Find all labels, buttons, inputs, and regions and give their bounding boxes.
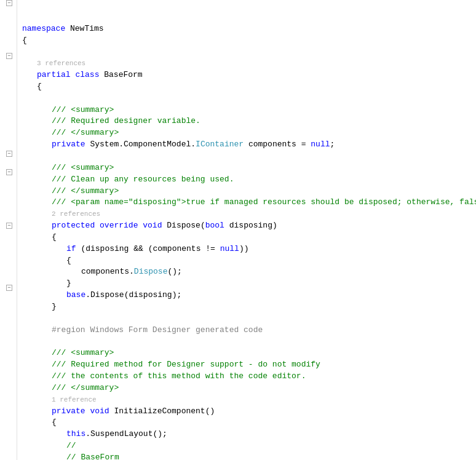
code-line: { — [22, 81, 476, 93]
code-line: } — [22, 278, 476, 290]
code-line: #region Windows Form Designer generated … — [22, 325, 476, 336]
code-line: { — [22, 35, 476, 47]
code-line: /// <summary> — [22, 162, 476, 174]
code-line: private System.ComponentModel.IContainer… — [22, 139, 476, 151]
code-line: } — [22, 301, 476, 313]
code-line: if (disposing && (components != null)) — [22, 244, 476, 255]
code-line: partial class BaseForm — [22, 69, 476, 81]
code-line: /// </summary> — [22, 186, 476, 197]
code-line: private void InitializeComponent() — [22, 406, 476, 418]
collapse-btn-5[interactable]: − — [6, 53, 12, 59]
code-line: 2 references — [22, 208, 476, 220]
code-line: /// <summary> — [22, 347, 476, 359]
collapse-btn-34[interactable]: − — [6, 285, 12, 291]
code-line: /// </summary> — [22, 383, 476, 394]
code-line — [22, 151, 476, 162]
code-line: /// Clean up any resources being used. — [22, 174, 476, 186]
code-line: components.Dispose(); — [22, 266, 476, 278]
code-line — [22, 313, 476, 325]
code-line: /// Required method for Designer support… — [22, 359, 476, 371]
collapse-btn-20[interactable]: − — [6, 169, 12, 175]
code-line — [22, 336, 476, 347]
code-line: { — [22, 255, 476, 267]
code-line: base.Dispose(disposing); — [22, 290, 476, 301]
collapse-btn-18[interactable]: − — [6, 151, 12, 157]
code-line: /// <summary> — [22, 105, 476, 116]
code-line: 1 reference — [22, 394, 476, 406]
code-line: protected override void Dispose(bool dis… — [22, 220, 476, 232]
code-line: /// the contents of this method with the… — [22, 371, 476, 383]
code-line: /// <param name="disposing">true if mana… — [22, 197, 476, 208]
code-line: // BaseForm — [22, 452, 476, 460]
code-line: /// </summary> — [22, 127, 476, 139]
code-line: { — [22, 417, 476, 429]
code-line — [22, 46, 476, 58]
code-line: 3 references — [22, 58, 476, 69]
code-line: // — [22, 440, 476, 452]
code-line — [22, 93, 476, 105]
code-line: this.SuspendLayout(); — [22, 429, 476, 440]
code-area: namespace NewTims{3 referencespartial cl… — [17, 0, 476, 460]
collapse-btn-27[interactable]: − — [6, 223, 12, 229]
collapse-btn-1[interactable]: − — [6, 0, 12, 6]
gutter: − − − − − − — [0, 0, 17, 460]
code-container: − − − − − − namespace NewTims{3 referenc… — [0, 0, 476, 460]
code-line: namespace NewTims — [22, 23, 476, 35]
code-line: { — [22, 232, 476, 244]
code-line: /// Required designer variable. — [22, 116, 476, 127]
